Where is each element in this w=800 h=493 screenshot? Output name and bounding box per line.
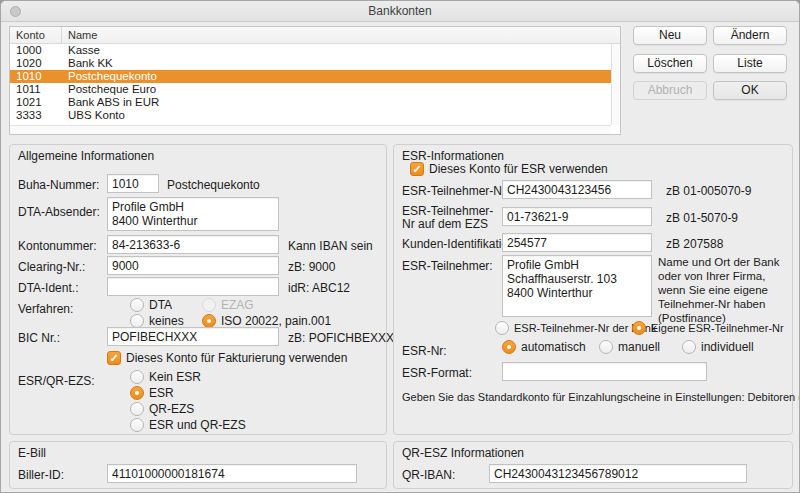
- cell-name: Postchequekonto: [62, 70, 163, 83]
- clearing-hint: zB: 9000: [288, 260, 335, 274]
- esr-teilnehmer-nr-ezs-input[interactable]: [502, 207, 652, 226]
- group-title: QR-ESZ Informationen: [402, 446, 524, 460]
- vertical-scrollbar[interactable]: [611, 44, 620, 125]
- radio-label: DTA: [149, 298, 172, 312]
- esr-teilnehmer-hint: Name und Ort der Bank oder von Ihrer Fir…: [658, 255, 790, 325]
- kontonummer-input[interactable]: [107, 235, 279, 254]
- radio-icon: [495, 321, 509, 335]
- liste-button[interactable]: Liste: [713, 54, 787, 73]
- dta-absender-textarea[interactable]: Profile GmbH 8400 Winterthur: [107, 197, 279, 231]
- verfahren-radio-dta[interactable]: DTA: [130, 298, 172, 312]
- biller-id-input[interactable]: [107, 464, 357, 483]
- checkbox-label: Dieses Konto für ESR verwenden: [429, 162, 608, 176]
- radio-label: ESR: [149, 386, 174, 400]
- group-title: ESR-Informationen: [402, 149, 504, 163]
- esr-teilnehmer-nr-ezs-label: ESR-Teilnehmer-Nr auf dem EZS: [402, 205, 500, 231]
- esr-teilnehmer-nr-label: ESR-Teilnehmer-Nr: [402, 184, 506, 198]
- radio-label: manuell: [618, 340, 660, 354]
- esrqr-radio-qr-ezs[interactable]: QR-EZS: [130, 402, 194, 416]
- cell-konto: 1011: [10, 83, 62, 96]
- esr-verwenden-checkbox[interactable]: ✓ Dieses Konto für ESR verwenden: [410, 162, 608, 176]
- radio-icon: [130, 298, 144, 312]
- esrqr-radio-esr-und-qr-ezs[interactable]: ESR und QR-EZS: [130, 418, 246, 432]
- esr-teilnehmer-nr-hint: zB 01-005070-9: [666, 184, 751, 198]
- radio-icon: [130, 418, 144, 432]
- cell-name: UBS Konto: [62, 109, 131, 122]
- table-row[interactable]: 3333 UBS Konto: [10, 109, 611, 122]
- column-header-name[interactable]: Name: [62, 27, 103, 43]
- checkbox-checked-icon: ✓: [107, 351, 121, 365]
- table-header: Konto Name: [10, 27, 620, 44]
- cell-name: Bank ABS in EUR: [62, 96, 165, 109]
- buha-nummer-input[interactable]: [107, 174, 159, 193]
- cell-konto: 1000: [10, 44, 62, 57]
- horizontal-scrollbar[interactable]: [10, 125, 611, 134]
- qr-iban-input[interactable]: [489, 464, 747, 483]
- verfahren-label: Verfahren:: [18, 302, 73, 316]
- dta-ident-label: DTA-Ident.:: [18, 281, 78, 295]
- radio-label: QR-EZS: [149, 402, 194, 416]
- radio-checked-icon: [130, 386, 144, 400]
- radio-label: ISO 20022, pain.001: [221, 314, 331, 328]
- bic-input[interactable]: [107, 327, 279, 346]
- column-header-konto[interactable]: Konto: [10, 27, 62, 43]
- buha-nummer-label: Buha-Nummer:: [18, 178, 99, 192]
- cell-konto: 3333: [10, 109, 62, 122]
- kunden-identifikation-input[interactable]: [502, 233, 652, 252]
- table-row[interactable]: 1020 Bank KK: [10, 57, 611, 70]
- radio-checked-icon: [502, 340, 516, 354]
- clearing-input[interactable]: [107, 256, 279, 275]
- esr-nr-radio-automatisch[interactable]: automatisch: [502, 340, 586, 354]
- verfahren-radio-ezag[interactable]: EZAG: [202, 298, 254, 312]
- esr-format-input[interactable]: [502, 362, 707, 381]
- table-row[interactable]: 1000 Kasse: [10, 44, 611, 57]
- qr-iban-label: QR-IBAN:: [402, 468, 455, 482]
- dta-ident-input[interactable]: [107, 277, 279, 296]
- neu-button[interactable]: Neu: [633, 26, 707, 45]
- verfahren-radio-keines[interactable]: keines: [130, 314, 184, 328]
- table-row[interactable]: 1011 Postcheque Euro: [10, 83, 611, 96]
- table-row-selected[interactable]: 1010 Postchequekonto: [10, 70, 611, 83]
- esr-nr-radio-manuell[interactable]: manuell: [599, 340, 660, 354]
- biller-id-label: Biller-ID:: [18, 468, 64, 482]
- esr-nr-label: ESR-Nr:: [402, 344, 447, 358]
- table-row[interactable]: 1021 Bank ABS in EUR: [10, 96, 611, 109]
- ok-button[interactable]: OK: [713, 81, 787, 100]
- bic-label: BIC Nr.:: [18, 331, 60, 345]
- esr-teilnehmer-nr-input[interactable]: [502, 180, 652, 199]
- e-bill-group: E-Bill Biller-ID:: [9, 441, 387, 489]
- radio-label: keines: [149, 314, 184, 328]
- kontonummer-label: Kontonummer:: [18, 239, 97, 253]
- esr-teilnehmer-label: ESR-Teilnehmer:: [402, 259, 493, 273]
- fakturierung-checkbox[interactable]: ✓ Dieses Konto für Fakturierung verwende…: [107, 351, 347, 365]
- esr-teilnehmer-textarea[interactable]: Profile GmbH Schaffhauserstr. 103 8400 W…: [502, 255, 652, 317]
- radio-label: EZAG: [221, 298, 254, 312]
- close-icon[interactable]: [10, 6, 21, 17]
- esr-standardkonto-note: Geben Sie das Standardkonto für Einzahlu…: [402, 391, 790, 403]
- aendern-button[interactable]: Ändern: [713, 26, 787, 45]
- bankkonten-window: Bankkonten Konto Name 1000 Kasse 1020 Ba…: [0, 0, 800, 493]
- teilnehmer-art-radio-eigene[interactable]: Eigene ESR-Teilnehmer-Nr: [632, 321, 784, 335]
- radio-label: automatisch: [521, 340, 586, 354]
- esr-nr-radio-individuell[interactable]: individuell: [682, 340, 754, 354]
- titlebar: Bankkonten: [1, 1, 799, 22]
- cell-konto: 1021: [10, 96, 62, 109]
- esrqr-radio-kein-esr[interactable]: Kein ESR: [130, 370, 201, 384]
- radio-icon: [599, 340, 613, 354]
- radio-label: Eigene ESR-Teilnehmer-Nr: [651, 322, 784, 334]
- qr-esz-informationen-group: QR-ESZ Informationen QR-IBAN:: [393, 441, 793, 489]
- group-title: E-Bill: [18, 446, 46, 460]
- esrqr-radio-esr[interactable]: ESR: [130, 386, 174, 400]
- allgemeine-informationen-group: Allgemeine Informationen Buha-Nummer: Po…: [9, 144, 387, 435]
- group-title: Allgemeine Informationen: [18, 149, 154, 163]
- accounts-table: Konto Name 1000 Kasse 1020 Bank KK 1010 …: [9, 26, 621, 135]
- dta-absender-label: DTA-Absender:: [18, 205, 100, 219]
- esr-informationen-group: ESR-Informationen ✓ Dieses Konto für ESR…: [393, 144, 793, 435]
- esr-teilnehmer-nr-ezs-hint: zB 01-5070-9: [666, 211, 738, 225]
- radio-icon: [130, 314, 144, 328]
- cell-name: Kasse: [62, 44, 106, 57]
- loeschen-button[interactable]: Löschen: [633, 54, 707, 73]
- radio-icon: [130, 370, 144, 384]
- abbruch-button[interactable]: Abbruch: [633, 81, 707, 100]
- verfahren-radio-iso20022[interactable]: ISO 20022, pain.001: [202, 314, 331, 328]
